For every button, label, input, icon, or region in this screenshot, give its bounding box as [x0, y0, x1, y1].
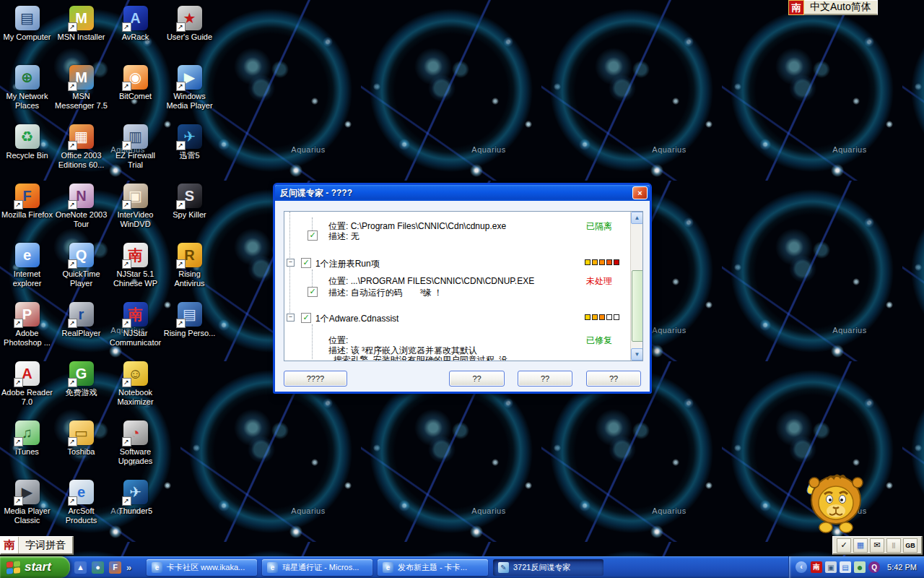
- ime-bar-left[interactable]: 南 字词拼音: [0, 536, 74, 555]
- tray-collapse-chevron-icon[interactable]: ‹: [796, 561, 807, 573]
- close-icon[interactable]: ×: [632, 186, 648, 199]
- njstar-icon[interactable]: 南: [788, 0, 804, 15]
- desktop-icon-users-guide[interactable]: ★↗User's Guide: [162, 6, 217, 42]
- njstar-tray-icon[interactable]: 南: [811, 561, 822, 573]
- clock[interactable]: 5:42 PM: [887, 563, 917, 571]
- desktop-icon-msn-installer[interactable]: M↗MSN Installer: [54, 6, 108, 42]
- desktop-icon-realplayer[interactable]: r↗RealPlayer: [54, 302, 108, 338]
- desktop-icon-ez-firewall[interactable]: ▥↗EZ Firewall Trial: [108, 124, 162, 170]
- task-label: 3721反间谍专家: [513, 562, 570, 573]
- severity-rating-icon: [585, 259, 619, 265]
- desktop: AquariusAquariusAquariusAquariusAquarius…: [0, 0, 924, 578]
- desktop-icon-msn-messenger[interactable]: M↗MSN Messenger 7.5: [54, 65, 108, 111]
- rising-lion-mascot[interactable]: [803, 470, 869, 535]
- row-checkbox[interactable]: ✓: [308, 287, 318, 297]
- shortcut-arrow-icon: ↗: [122, 141, 131, 150]
- row-checkbox[interactable]: ✓: [301, 258, 311, 268]
- desktop-icon-media-player-classic[interactable]: ▶↗Media Player Classic: [0, 480, 54, 525]
- shortcut-arrow-icon: ↗: [14, 378, 23, 387]
- scan-result-row: −✓1个注册表Run项: [284, 257, 642, 269]
- taskbar-task-2[interactable]: e瑞星通行证 - Micros...: [262, 559, 372, 576]
- scan-result-row: −✓1个Adware.Cdnassist: [284, 312, 642, 324]
- desktop-icon-label: Thunder5: [108, 506, 162, 516]
- shortcut-arrow-icon: ↗: [14, 437, 23, 447]
- 3721-assistant-icon: ✎: [498, 562, 509, 573]
- quicktime-tray-icon[interactable]: Q: [868, 561, 880, 573]
- shortcut-arrow-icon: ↗: [68, 141, 77, 150]
- language-bar[interactable]: 南 中文Auto简体: [788, 0, 878, 15]
- row-checkbox[interactable]: ✓: [301, 313, 311, 323]
- quick-launch-firefox-icon[interactable]: F: [109, 561, 121, 574]
- desktop-icon-my-computer[interactable]: ▤My Computer: [0, 6, 54, 42]
- desktop-icon-windows-media-player[interactable]: ▶↗Windows Media Player: [162, 65, 217, 111]
- desktop-icon-avrack[interactable]: A↗AvRack: [108, 6, 162, 42]
- quick-launch-overflow-chevron[interactable]: »: [126, 562, 131, 573]
- scroll-down-icon[interactable]: ▼: [631, 348, 643, 361]
- shortcut-arrow-icon: ↗: [68, 319, 77, 328]
- taskbar: start ▲●F» e卡卡社区 www.ikaka...e瑞星通行证 - Mi…: [0, 556, 924, 578]
- shortcut-arrow-icon: ↗: [122, 200, 131, 210]
- scrollbar[interactable]: ▲ ▼: [630, 212, 642, 361]
- desktop-icon-toshiba-folder[interactable]: ▭↗Toshiba: [54, 420, 108, 457]
- desktop-icon-internet-explorer[interactable]: eInternet explorer: [0, 243, 54, 288]
- task-label: 发布新主题 - 卡卡...: [398, 562, 467, 573]
- tree-collapse-icon[interactable]: −: [287, 314, 295, 322]
- dialog-titlebar[interactable]: 反间谍专家 - ???? ×: [275, 185, 650, 201]
- desktop-icon-notebook-maximizer[interactable]: ☺↗Notebook Maximizer: [108, 361, 162, 407]
- desktop-icon-recycle-bin[interactable]: ♻Recycle Bin: [0, 124, 54, 160]
- tree-collapse-icon[interactable]: −: [287, 259, 295, 267]
- desktop-icon-arcsoft[interactable]: e↗ArcSoft Products: [54, 480, 108, 525]
- cancel-button[interactable]: ??: [586, 371, 641, 387]
- desktop-icon-label: Mozilla Firefox: [0, 210, 54, 220]
- desktop-icon-xunlei5[interactable]: ✈↗迅雷5: [162, 124, 217, 160]
- desktop-icon-njstar-chinese-wp[interactable]: 南↗NJStar 5.1 Chinese WP: [108, 243, 162, 288]
- shortcut-arrow-icon: ↗: [176, 200, 186, 210]
- ime-check-icon[interactable]: ✓: [837, 538, 851, 553]
- desktop-icon-itunes[interactable]: ♫↗iTunes: [0, 420, 54, 457]
- desktop-icon-rising-antivirus[interactable]: R↗Rising Antivirus: [162, 243, 217, 288]
- scroll-thumb[interactable]: [632, 270, 643, 342]
- desktop-icon-software-upgrades[interactable]: ◔↗Software Upgrades: [108, 420, 162, 466]
- desktop-icon-free-games[interactable]: G↗免费游戏: [54, 361, 108, 397]
- fix-button[interactable]: ??: [449, 371, 505, 387]
- row-checkbox[interactable]: ✓: [308, 230, 318, 241]
- network-tray-icon[interactable]: ▣: [825, 561, 837, 573]
- desktop-icon-firefox[interactable]: F↗Mozilla Firefox: [0, 184, 54, 220]
- desktop-icon-my-network-places[interactable]: ⊕My Network Places: [0, 65, 54, 111]
- ime-gb-icon[interactable]: GB: [903, 538, 918, 553]
- ie-icon: e: [383, 562, 393, 573]
- severity-rating-icon: [585, 314, 619, 320]
- desktop-icon-adobe-reader[interactable]: A↗Adobe Reader 7.0: [0, 361, 54, 407]
- desktop-icon-quicktime-player[interactable]: Q↗QuickTime Player: [54, 243, 108, 288]
- start-button[interactable]: start: [0, 556, 70, 578]
- quick-launch-icon-1[interactable]: ▲: [74, 561, 87, 574]
- shortcut-arrow-icon: ↗: [68, 437, 77, 447]
- desktop-icon-njstar-communicator[interactable]: 南↗NJStar Communicator: [108, 302, 162, 348]
- njstar-icon[interactable]: 南: [1, 537, 19, 553]
- ime-keyboard-icon[interactable]: ▦: [853, 538, 868, 553]
- desktop-icon-bitcomet[interactable]: ◉↗BitComet: [108, 65, 162, 101]
- connection-tray-icon[interactable]: ▤: [840, 561, 851, 573]
- desktop-icon-onenote[interactable]: N↗OneNote 2003 Tour: [54, 184, 108, 229]
- shortcut-arrow-icon: ↗: [122, 437, 131, 447]
- scan-results-list[interactable]: 位置: C:\Program Files\CNNIC\Cdn\cdnup.exe…: [284, 211, 643, 361]
- quick-launch-icon-2[interactable]: ●: [92, 561, 104, 574]
- desktop-icon-label: Adobe Photoshop ...: [0, 329, 54, 348]
- desktop-icon-photoshop[interactable]: P↗Adobe Photoshop ...: [0, 302, 54, 348]
- desktop-icon-spy-killer[interactable]: S↗Spy Killer: [162, 184, 217, 220]
- messenger-tray-icon[interactable]: ☻: [854, 561, 866, 573]
- shortcut-arrow-icon: ↗: [176, 82, 186, 91]
- ime-mail-icon[interactable]: ✉: [870, 538, 884, 553]
- fix-all-button[interactable]: ????: [284, 371, 347, 387]
- taskbar-task-3[interactable]: e发布新主题 - 卡卡...: [378, 559, 488, 576]
- desktop-icon-rising-personal-firewall[interactable]: ▤↗Rising Perso...: [162, 302, 217, 338]
- ignore-button[interactable]: ??: [518, 371, 572, 387]
- language-bar-label[interactable]: 中文Auto简体: [804, 0, 878, 15]
- scroll-up-icon[interactable]: ▲: [631, 212, 643, 224]
- desktop-icon-office-2003[interactable]: ▦↗Office 2003 Editions 60...: [54, 124, 108, 170]
- desktop-icon-thunder5[interactable]: ✈↗Thunder5: [108, 480, 162, 516]
- desktop-icon-windvd[interactable]: ▣↗InterVideo WinDVD: [108, 184, 162, 229]
- taskbar-task-1[interactable]: e卡卡社区 www.ikaka...: [147, 559, 257, 576]
- taskbar-task-4[interactable]: ✎3721反间谍专家: [493, 559, 603, 576]
- row-text: 搜索引擎, 安装时没有明确的用户同意过程, 没: [334, 354, 507, 361]
